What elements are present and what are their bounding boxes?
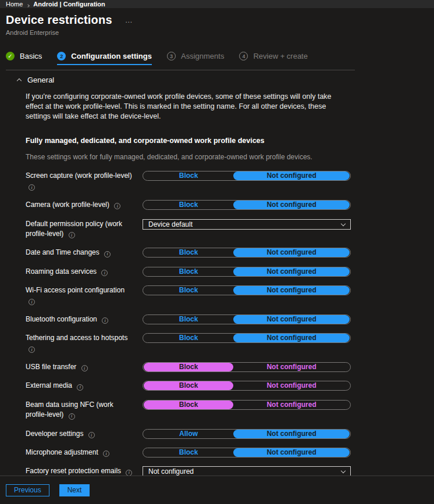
microphone-adjustment-option-not-configured[interactable]: Not configured [233, 448, 350, 457]
factory-reset-protection-emails-dropdown[interactable]: Not configured [143, 466, 351, 476]
setting-label-text: Date and Time changes [26, 248, 99, 256]
setting-row-screen-capture: Screen capture (work profile-level) iBlo… [26, 171, 351, 191]
info-icon[interactable]: i [104, 251, 111, 258]
info-icon[interactable]: i [69, 232, 75, 238]
setting-row-roaming-data-services: Roaming data services iBlockNot configur… [26, 267, 351, 277]
camera-toggle: BlockNot configured [143, 200, 351, 210]
setting-control: BlockNot configured [143, 381, 351, 391]
chevron-up-icon [17, 78, 22, 83]
date-time-changes-option-block[interactable]: Block [144, 248, 233, 257]
previous-button[interactable]: Previous [6, 484, 49, 496]
chevron-right-icon [27, 1, 29, 9]
group-heading: Fully managed, dedicated, and corporate-… [26, 137, 434, 145]
info-icon[interactable]: i [81, 365, 88, 371]
info-icon[interactable]: i [102, 317, 108, 324]
roaming-data-services-option-not-configured[interactable]: Not configured [233, 267, 350, 276]
setting-label-text: Roaming data services [26, 267, 97, 276]
microphone-adjustment-option-block[interactable]: Block [144, 448, 233, 457]
setting-row-date-time-changes: Date and Time changes iBlockNot configur… [26, 248, 351, 258]
chevron-down-icon [341, 221, 346, 226]
chevron-down-icon [341, 469, 346, 473]
info-icon[interactable]: i [126, 470, 132, 476]
tethering-access-hotspots-option-block[interactable]: Block [144, 334, 233, 342]
setting-label-text: USB file transfer [26, 363, 76, 371]
step-configuration-settings[interactable]: 2 Configuration settings [57, 52, 152, 65]
setting-label-text: External media [26, 381, 72, 389]
setting-row-wifi-access-point-configuration: Wi-Fi access point configuration iBlockN… [26, 285, 351, 306]
info-icon[interactable]: i [29, 299, 35, 305]
info-icon[interactable]: i [69, 413, 75, 420]
setting-row-factory-reset-protection-emails: Factory reset protection emails iNot con… [26, 466, 351, 476]
context-menu-button[interactable]: … [125, 16, 133, 24]
setting-label: Beam data using NFC (work profile-level)… [26, 400, 143, 420]
bluetooth-configuration-option-not-configured[interactable]: Not configured [233, 315, 350, 324]
setting-label-text: Factory reset protection emails [26, 467, 121, 475]
info-icon[interactable]: i [114, 203, 120, 209]
check-icon: ✓ [6, 52, 15, 60]
step-label: Assignments [181, 52, 224, 60]
info-icon[interactable]: i [88, 432, 95, 438]
screen-capture-option-not-configured[interactable]: Not configured [233, 171, 350, 180]
breadcrumb-home-link[interactable]: Home [6, 0, 23, 8]
wifi-access-point-configuration-option-not-configured[interactable]: Not configured [233, 286, 350, 295]
setting-row-external-media: External media iBlockNot configured [26, 381, 351, 391]
setting-label-text: Tethering and access to hotspots [26, 334, 127, 342]
setting-label-text: Bluetooth configuration [26, 315, 97, 323]
info-icon[interactable]: i [77, 384, 83, 391]
setting-label-text: Microphone adjustment [26, 448, 98, 456]
dropdown-value: Not configured [148, 467, 194, 476]
setting-label-text: Developer settings [26, 430, 83, 438]
tethering-access-hotspots-option-not-configured[interactable]: Not configured [233, 334, 350, 342]
step-basics[interactable]: ✓ Basics [6, 52, 42, 65]
camera-option-block[interactable]: Block [144, 201, 233, 209]
screen-capture-option-block[interactable]: Block [144, 171, 233, 180]
beam-data-nfc-option-not-configured[interactable]: Not configured [233, 401, 350, 409]
microphone-adjustment-toggle: BlockNot configured [143, 448, 351, 457]
tethering-access-hotspots-toggle: BlockNot configured [143, 333, 351, 343]
external-media-option-block[interactable]: Block [144, 381, 233, 390]
section-general-toggle[interactable]: General [17, 76, 434, 84]
wifi-access-point-configuration-option-block[interactable]: Block [144, 286, 233, 295]
usb-file-transfer-option-block[interactable]: Block [144, 363, 233, 371]
date-time-changes-option-not-configured[interactable]: Not configured [233, 248, 350, 257]
setting-label: Bluetooth configuration i [26, 314, 143, 324]
setting-control: BlockNot configured [143, 200, 351, 210]
setting-label: External media i [26, 381, 143, 391]
tabs-divider [6, 70, 355, 70]
setting-control: BlockNot configured [143, 314, 351, 324]
group-subtext: These settings work for fully managed, d… [26, 153, 434, 161]
breadcrumb: Home Android | Configuration [0, 0, 434, 8]
setting-control: BlockNot configured [143, 285, 351, 295]
page-subtitle: Android Enterprise [6, 29, 434, 36]
setting-label: Tethering and access to hotspots i [26, 333, 143, 353]
setting-control: BlockNot configured [143, 448, 351, 457]
setting-row-microphone-adjustment: Microphone adjustment iBlockNot configur… [26, 448, 351, 457]
next-button[interactable]: Next [59, 484, 90, 496]
setting-label: Date and Time changes i [26, 248, 143, 258]
setting-label-text: Screen capture (work profile-level) [26, 171, 132, 180]
developer-settings-option-not-configured[interactable]: Not configured [233, 430, 350, 438]
camera-option-not-configured[interactable]: Not configured [233, 201, 350, 209]
setting-label: Microphone adjustment i [26, 448, 143, 457]
info-icon[interactable]: i [29, 184, 35, 191]
info-icon[interactable]: i [101, 270, 108, 276]
external-media-option-not-configured[interactable]: Not configured [233, 381, 350, 390]
page-title: Device restrictions [6, 13, 112, 27]
setting-row-developer-settings: Developer settings iAllowNot configured [26, 429, 351, 439]
developer-settings-option-allow[interactable]: Allow [144, 430, 233, 438]
step-number-icon: 3 [167, 52, 176, 60]
usb-file-transfer-option-not-configured[interactable]: Not configured [233, 363, 350, 371]
info-icon[interactable]: i [29, 346, 35, 353]
beam-data-nfc-option-block[interactable]: Block [144, 401, 233, 409]
default-permission-policy-dropdown[interactable]: Device default [143, 219, 351, 230]
setting-row-bluetooth-configuration: Bluetooth configuration iBlockNot config… [26, 314, 351, 324]
wizard-steps: ✓ Basics 2 Configuration settings 3 Assi… [6, 52, 434, 65]
developer-settings-toggle: AllowNot configured [143, 429, 351, 439]
bluetooth-configuration-option-block[interactable]: Block [144, 315, 233, 324]
setting-control: Not configured [143, 466, 351, 476]
setting-row-default-permission-policy: Default permission policy (work profile-… [26, 219, 351, 240]
info-icon[interactable]: i [103, 451, 109, 457]
setting-control: BlockNot configured [143, 362, 351, 372]
bluetooth-configuration-toggle: BlockNot configured [143, 314, 351, 324]
roaming-data-services-option-block[interactable]: Block [144, 267, 233, 276]
